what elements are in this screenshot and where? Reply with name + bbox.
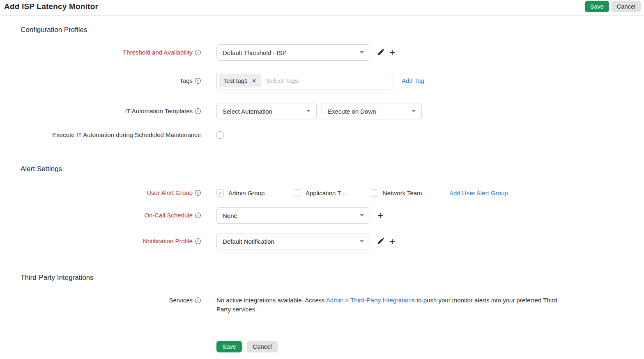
- checkbox[interactable]: [294, 189, 301, 197]
- pencil-icon: [377, 238, 384, 245]
- chevron-down-icon: [360, 214, 364, 217]
- maintenance-checkbox[interactable]: [216, 131, 224, 139]
- user-group-option[interactable]: Admin Group: [216, 189, 294, 197]
- threshold-select[interactable]: Default Threshold - ISP: [216, 44, 370, 61]
- automation-label: IT Automation Templates i: [0, 107, 201, 115]
- checkbox[interactable]: [371, 189, 378, 197]
- user-group-option[interactable]: Network Team: [371, 189, 449, 197]
- info-icon[interactable]: i: [195, 50, 201, 55]
- services-row: Services i No active integrations availa…: [0, 296, 644, 314]
- info-icon[interactable]: i: [195, 297, 201, 303]
- section-heading-configuration-profiles: Configuration Profiles: [21, 25, 644, 34]
- add-threshold-button[interactable]: +: [389, 48, 395, 57]
- edit-threshold-button[interactable]: [377, 49, 384, 57]
- checkbox-label: Admin Group: [228, 190, 264, 197]
- info-icon[interactable]: i: [195, 238, 201, 244]
- close-icon[interactable]: ✕: [252, 78, 257, 84]
- notification-row: Notification Profile i Default Notificat…: [0, 233, 644, 249]
- header-bar: Add ISP Latency Monitor Save Cancel: [0, 0, 644, 16]
- automation-row: IT Automation Templates i Select Automat…: [0, 103, 644, 119]
- checkbox-label: Application T ...: [306, 190, 348, 197]
- section-heading-alert-settings: Alert Settings: [21, 165, 644, 174]
- add-user-alert-group-link[interactable]: Add User Alert Group: [449, 190, 508, 197]
- automation-template-select[interactable]: Select Automation: [216, 103, 317, 119]
- threshold-controls: Default Threshold - ISP +: [216, 44, 395, 61]
- section-heading-third-party: Third-Party Integrations: [21, 273, 644, 282]
- add-notification-button[interactable]: +: [389, 237, 395, 245]
- automation-trigger-select[interactable]: Execute on Down: [322, 103, 422, 119]
- tags-row: Tags i Test tag1 ✕ Select Tags Add Tag: [0, 72, 644, 89]
- threshold-label: Threshold and Availability i: [0, 48, 201, 57]
- add-isp-latency-monitor-page: Add ISP Latency Monitor Save Cancel Conf…: [0, 0, 644, 359]
- plus-icon: +: [377, 211, 383, 220]
- tag-chip-label: Test tag1: [223, 78, 248, 84]
- threshold-row: Threshold and Availability i Default Thr…: [0, 44, 644, 61]
- admin-third-party-link[interactable]: Admin > Third-Party Integrations: [326, 297, 415, 304]
- maintenance-controls: [216, 131, 224, 139]
- tags-controls: Test tag1 ✕ Select Tags Add Tag: [216, 72, 424, 89]
- user-alert-group-controls: Admin Group Application T ... Network Te…: [216, 189, 508, 197]
- chevron-down-icon: [412, 110, 416, 112]
- checkbox[interactable]: [216, 189, 224, 197]
- tag-chip: Test tag1 ✕: [219, 74, 261, 87]
- footer-actions: Save Cancel: [216, 341, 644, 352]
- services-text-before: No active integrations available. Access: [216, 297, 326, 304]
- chevron-down-icon: [306, 110, 310, 112]
- header-actions: Save Cancel: [585, 1, 641, 12]
- info-icon[interactable]: i: [195, 213, 201, 218]
- plus-icon: +: [389, 48, 395, 57]
- info-icon[interactable]: i: [195, 78, 201, 84]
- on-call-select[interactable]: None: [216, 207, 370, 224]
- tags-placeholder: Select Tags: [267, 77, 298, 84]
- page-title: Add ISP Latency Monitor: [4, 2, 98, 11]
- user-alert-group-label: User Alert Group i: [0, 189, 201, 197]
- services-controls: No active integrations available. Access…: [216, 296, 570, 314]
- plus-icon: +: [389, 237, 395, 245]
- on-call-row: On-Call Schedule i None +: [0, 207, 644, 224]
- maintenance-row: Execute IT Automation during Scheduled M…: [0, 131, 644, 139]
- info-icon[interactable]: i: [195, 108, 201, 114]
- info-icon[interactable]: i: [195, 190, 201, 196]
- tags-label: Tags i: [0, 77, 201, 85]
- add-on-call-button[interactable]: +: [377, 211, 383, 220]
- notification-controls: Default Notification +: [216, 233, 395, 249]
- user-group-option[interactable]: Application T ...: [294, 189, 371, 197]
- add-tag-link[interactable]: Add Tag: [402, 77, 424, 84]
- divider: [6, 285, 638, 285]
- maintenance-label: Execute IT Automation during Scheduled M…: [0, 131, 201, 139]
- tags-input[interactable]: Test tag1 ✕ Select Tags: [216, 72, 393, 89]
- on-call-label: On-Call Schedule i: [0, 211, 201, 220]
- checkbox-label: Network Team: [383, 190, 422, 197]
- divider: [6, 177, 638, 177]
- edit-notification-button[interactable]: [377, 238, 384, 245]
- save-button-bottom[interactable]: Save: [216, 341, 242, 352]
- notification-select[interactable]: Default Notification: [216, 233, 370, 249]
- pencil-icon: [377, 49, 384, 57]
- chevron-down-icon: [360, 240, 364, 242]
- services-label: Services i: [0, 296, 201, 304]
- on-call-controls: None +: [216, 207, 383, 224]
- cancel-button-top[interactable]: Cancel: [612, 1, 641, 12]
- services-message: No active integrations available. Access…: [216, 296, 570, 314]
- divider: [6, 37, 638, 37]
- user-alert-group-row: User Alert Group i Admin Group Applicati…: [0, 189, 644, 197]
- chevron-down-icon: [360, 51, 364, 54]
- notification-label: Notification Profile i: [0, 237, 201, 245]
- save-button-top[interactable]: Save: [585, 1, 609, 12]
- cancel-button-bottom[interactable]: Cancel: [247, 341, 278, 352]
- automation-controls: Select Automation Execute on Down: [216, 103, 422, 119]
